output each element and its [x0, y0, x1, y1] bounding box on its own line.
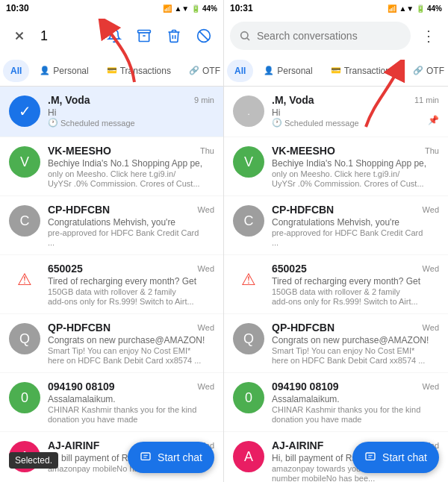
left-top-bar: 1 — [0, 16, 223, 55]
conv-name-voda-r: .M, Voda — [272, 94, 314, 106]
avatar-meesho: V — [9, 146, 40, 178]
conv-name-meesho: VK-MEESHO — [48, 145, 111, 157]
conv-time-qphdfcbn: Wed — [198, 323, 214, 332]
avatar-meesho-r: V — [233, 146, 264, 178]
conv-name-qphdfcbn-r: QP-HDFCBN — [272, 322, 335, 334]
conv-item-qphdfcbn[interactable]: Q QP-HDFCBN Wed Congrats on new purchase… — [0, 314, 223, 373]
conv-name-phone1: 094190 08109 — [48, 381, 115, 392]
start-chat-button-right[interactable]: Start chat — [352, 442, 439, 473]
search-icon — [239, 30, 251, 42]
left-filter-tabs: All 👤 Personal 💳 Transactions 🔗 OTF — [0, 55, 223, 87]
close-selection-button[interactable] — [6, 22, 33, 49]
block-button[interactable] — [190, 22, 217, 49]
delete-button[interactable] — [161, 22, 187, 49]
more-options-button[interactable]: ⋮ — [415, 22, 442, 49]
conv-item-650025[interactable]: ⚠ 650025 Wed Tired of recharging every m… — [0, 255, 223, 314]
left-status-icons: 📶 ▲▼ 🔋 44% — [163, 4, 217, 13]
conv-preview-voda: Hi — [48, 107, 214, 118]
conv-name-qphdfcbn: QP-HDFCBN — [48, 322, 111, 334]
conv-time-650025-r: Wed — [423, 264, 439, 273]
right-panel: 10:31 📶 ▲▼ 🔋 44% ⋮ All 👤 Personal 💳 T — [224, 0, 448, 482]
conv-item-phone1[interactable]: 0 094190 08109 Wed Assalamalaikum. CHINA… — [0, 373, 223, 432]
conv-preview-meesho: Bechiye India's No.1 Shopping App pe, — [48, 158, 214, 169]
conv-name-meesho-r: VK-MEESHO — [272, 145, 335, 157]
conv-time-meesho-r: Thu — [425, 146, 439, 155]
conv-name-hdfcbn: CP-HDFCBN — [48, 204, 110, 216]
right-time: 10:31 — [230, 3, 253, 13]
svg-rect-12 — [366, 453, 375, 460]
selection-count: 1 — [40, 28, 96, 44]
tab-personal-right[interactable]: 👤 Personal — [256, 60, 320, 82]
conv-item-phone1-r[interactable]: 0 094190 08109 Wed Assalamalaikum. CHINA… — [224, 373, 448, 432]
chat-icon — [364, 451, 376, 463]
start-chat-label-right: Start chat — [382, 451, 427, 463]
conv-preview-650025: Tired of recharging every month? Get — [48, 276, 214, 287]
conv-time-qphdfcbn-r: Wed — [423, 323, 439, 332]
conv-item-meesho[interactable]: V VK-MEESHO Thu Bechiye India's No.1 Sho… — [0, 137, 223, 196]
selected-badge: Selected. — [9, 452, 58, 469]
conv-time-voda-r: 11 min — [414, 96, 439, 104]
avatar-phone1: 0 — [9, 382, 40, 413]
conv-name-650025-r: 650025 — [272, 263, 307, 275]
avatar-voda-r: . — [233, 96, 264, 127]
conv-item-hdfcbn-r[interactable]: C CP-HDFCBN Wed Congratulations Mehvish,… — [224, 196, 448, 255]
svg-line-5 — [199, 31, 208, 40]
conv-name-650025: 650025 — [48, 263, 83, 275]
tab-otf-right[interactable]: 🔗 OTF — [405, 60, 448, 82]
svg-rect-6 — [141, 453, 150, 460]
conv-time-650025: Wed — [198, 264, 214, 273]
conv-item-voda-r[interactable]: . .M, Voda 11 min Hi 🕐 Scheduled message… — [224, 87, 448, 137]
conv-preview-voda-r: Hi — [272, 107, 439, 118]
conv-item-meesho-r[interactable]: V VK-MEESHO Thu Bechiye India's No.1 Sho… — [224, 137, 448, 196]
avatar-650025-r: ⚠ — [233, 264, 264, 295]
avatar-phone1-r: 0 — [233, 382, 264, 413]
notifications-button[interactable] — [101, 22, 128, 49]
conv-time-phone1: Wed — [198, 382, 214, 391]
left-time: 10:30 — [6, 3, 29, 13]
left-conv-list: ✓ .M, Voda 9 min Hi 🕐 Scheduled message … — [0, 87, 223, 482]
right-filter-tabs: All 👤 Personal 💳 Transactions 🔗 OTF — [224, 55, 448, 87]
conv-name-voda: .M, Voda — [48, 94, 90, 106]
conv-time-hdfcbn: Wed — [198, 205, 214, 214]
avatar-ajairinf-r: A — [233, 441, 264, 472]
conv-name-hdfcbn-r: CP-HDFCBN — [272, 204, 334, 216]
conv-preview-qphdfcbn: Congrats on new purchase@AMAZON! — [48, 335, 214, 345]
search-input-wrap[interactable] — [230, 22, 411, 50]
tab-otf-left[interactable]: 🔗 OTF — [181, 60, 223, 82]
svg-line-11 — [247, 38, 249, 40]
search-input[interactable] — [257, 30, 402, 42]
conv-preview-phone1: Assalamalaikum. — [48, 394, 214, 404]
right-status-bar: 10:31 📶 ▲▼ 🔋 44% — [224, 0, 448, 16]
conv-name-ajairinf-r: AJ-AIRINF — [272, 439, 323, 451]
left-panel: 10:30 📶 ▲▼ 🔋 44% 1 — [0, 0, 224, 482]
conv-name-ajairinf: AJ-AIRINF — [48, 439, 99, 451]
pin-icon-voda: 📌 — [428, 115, 439, 125]
svg-rect-3 — [138, 31, 151, 33]
tab-transactions-right[interactable]: 💳 Transactions — [323, 60, 402, 82]
svg-point-10 — [241, 32, 248, 39]
right-status-icons: 📶 ▲▼ 🔋 44% — [388, 4, 442, 13]
avatar-hdfcbn-r: C — [233, 205, 264, 237]
start-chat-button-left[interactable]: Start chat — [128, 442, 214, 473]
more-icon: ⋮ — [421, 28, 436, 43]
avatar-voda: ✓ — [9, 96, 40, 127]
conv-item-qphdfcbn-r[interactable]: Q QP-HDFCBN Wed Congrats on new purchase… — [224, 314, 448, 373]
tab-transactions-left[interactable]: 💳 Transactions — [99, 60, 178, 82]
conv-name-phone1-r: 094190 08109 — [272, 381, 339, 392]
archive-button[interactable] — [131, 22, 158, 49]
conv-item-hdfcbn[interactable]: C CP-HDFCBN Wed Congratulations Mehvish,… — [0, 196, 223, 255]
tab-all-right[interactable]: All — [227, 60, 253, 82]
avatar-qphdfcbn: Q — [9, 323, 40, 354]
tab-all-left[interactable]: All — [3, 60, 29, 82]
avatar-hdfcbn: C — [9, 205, 40, 237]
right-search-bar: ⋮ — [224, 16, 448, 55]
conv-preview-hdfcbn: Congratulations Mehvish, you're — [48, 217, 214, 228]
avatar-qphdfcbn-r: Q — [233, 323, 264, 354]
conv-item-voda[interactable]: ✓ .M, Voda 9 min Hi 🕐 Scheduled message — [0, 87, 223, 137]
tab-personal-left[interactable]: 👤 Personal — [32, 60, 96, 82]
right-conv-list: . .M, Voda 11 min Hi 🕐 Scheduled message… — [224, 87, 448, 482]
conv-time-voda: 9 min — [194, 96, 214, 104]
conv-time-hdfcbn-r: Wed — [423, 205, 439, 214]
conv-item-650025-r[interactable]: ⚠ 650025 Wed Tired of recharging every m… — [224, 255, 448, 314]
avatar-650025: ⚠ — [9, 264, 40, 295]
